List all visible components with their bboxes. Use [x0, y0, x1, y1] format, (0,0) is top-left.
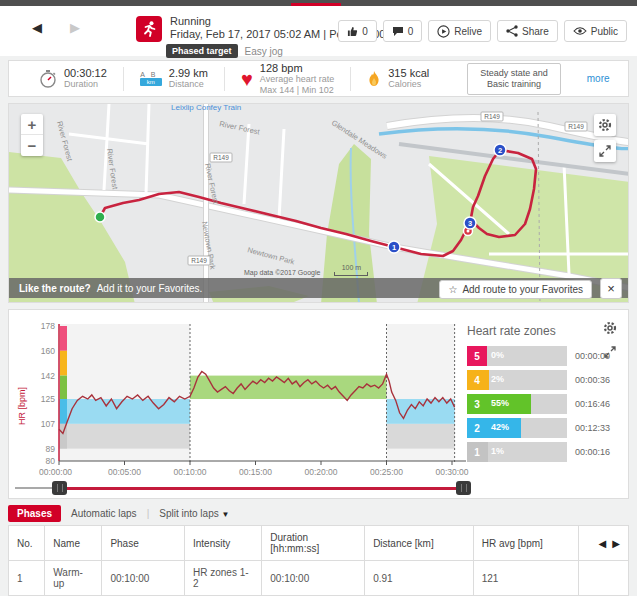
y-axis-label: HR [bpm]	[17, 387, 27, 425]
stat-heart-rate: ♥ 128 bpm Average heart rate Max 144 | M…	[225, 62, 350, 95]
share-button[interactable]: Share	[497, 20, 558, 42]
y-tick-label: 142	[41, 371, 55, 381]
cell-name: Warm-up	[45, 561, 102, 596]
zone-row-4: 4 2% 00:00:36	[467, 370, 617, 390]
favorites-action[interactable]: Add it to your Favorites.	[97, 283, 203, 294]
scale-label: 100 m	[342, 264, 361, 271]
avg-hr-value: 128 bpm	[260, 62, 334, 74]
zone-time: 00:00:36	[575, 375, 610, 385]
zone-number: 1	[467, 442, 487, 462]
y-tick-label: 107	[41, 419, 55, 429]
zone-time: 00:16:46	[575, 399, 610, 409]
public-label: Public	[591, 26, 618, 37]
eye-icon	[573, 26, 587, 36]
slider-left-handle[interactable]	[52, 481, 67, 495]
time-range-slider	[11, 480, 473, 496]
y-tick-label: 178	[41, 321, 55, 331]
zone-time: 00:12:33	[575, 423, 610, 433]
phases-table: No. Name Phase Intensity Duration [hh:mm…	[8, 525, 629, 596]
road-badge: R149	[188, 256, 210, 265]
x-tick-label: 00:05:00	[108, 467, 141, 477]
station-label[interactable]: Leixlip Confey Train	[171, 104, 241, 112]
table-prev-page-button[interactable]: ◀	[599, 538, 607, 549]
svg-text:R149: R149	[484, 113, 500, 120]
stopwatch-icon	[39, 69, 57, 89]
table-row: 1 Warm-up 00:10:00 HR zones 1-2 00:10:00…	[9, 561, 629, 596]
x-tick-label: 00:00:00	[39, 467, 72, 477]
map-zoom-control: + −	[21, 114, 43, 156]
slider-selected-range[interactable]	[59, 487, 463, 490]
zone-percent: 55%	[491, 398, 509, 408]
heart-icon: ♥	[241, 69, 253, 89]
public-button[interactable]: Public	[564, 20, 627, 42]
comment-icon	[392, 26, 404, 37]
cell-distance: 0.91	[365, 561, 474, 596]
svg-text:R149: R149	[191, 257, 207, 264]
previous-session-button[interactable]: ◀	[32, 18, 42, 38]
calories-label: Calories	[388, 79, 429, 90]
zone-percent: 2%	[491, 374, 504, 384]
km-marker-label: 2	[498, 146, 502, 155]
zones-title: Heart rate zones	[467, 324, 617, 338]
route-map[interactable]: 123 Leixlip Confey Train River Forest Ri…	[8, 103, 629, 303]
road-badge: R149	[210, 153, 232, 162]
table-next-page-button[interactable]: ▶	[612, 538, 620, 549]
x-tick-label: 00:10:00	[173, 467, 206, 477]
target-zone-band	[59, 399, 190, 424]
heart-rate-chart[interactable]: 178160142125107898000:00:0000:05:0000:10…	[11, 316, 476, 481]
close-favorites-button[interactable]: ×	[600, 278, 622, 299]
ruler-icon: km	[140, 78, 162, 86]
hr-min-max: Max 144 | Min 102	[260, 85, 334, 95]
target-zone-band	[59, 424, 190, 449]
distance-value: 2.99 km	[169, 67, 208, 79]
map-zoom-in-button[interactable]: +	[21, 114, 43, 135]
add-route-favorites-button[interactable]: ☆ Add route to your Favorites	[439, 280, 592, 299]
zone-row-2: 2 42% 00:12:33	[467, 418, 617, 438]
distance-label: Distance	[169, 79, 208, 90]
attribution-text: Map data ©2017 Google	[244, 269, 320, 276]
duration-label: Duration	[64, 79, 107, 90]
cell-phase: 00:10:00	[102, 561, 185, 596]
col-header-duration: Duration [hh:mm:ss]	[262, 526, 365, 561]
cell-duration: 00:10:00	[262, 561, 365, 596]
comment-count: 0	[408, 26, 414, 37]
stat-duration: 00:30:12 Duration	[23, 67, 123, 90]
zone-time: 00:00:16	[575, 447, 610, 457]
more-link[interactable]: more	[587, 73, 610, 84]
tab-split-into-laps[interactable]: Split into laps ▼	[159, 508, 229, 519]
x-tick-label: 00:20:00	[304, 467, 337, 477]
tab-automatic-laps[interactable]: Automatic laps	[71, 508, 137, 519]
share-label: Share	[522, 26, 549, 37]
map-fullscreen-button[interactable]	[594, 140, 616, 162]
stat-calories: 315 kcal Calories	[351, 67, 445, 90]
chevron-down-icon: ▼	[222, 510, 230, 519]
relive-label: Relive	[454, 26, 482, 37]
zone-strip-segment	[60, 376, 67, 399]
x-tick-label: 00:30:00	[435, 467, 468, 477]
km-marker-label: 1	[392, 243, 396, 252]
slider-right-handle[interactable]	[456, 481, 471, 495]
zone-percent: 1%	[491, 446, 504, 456]
map-zoom-out-button[interactable]: −	[21, 135, 43, 156]
col-header-distance: Distance [km]	[365, 526, 474, 561]
tab-phases[interactable]: Phases	[8, 505, 61, 522]
zone-strip-segment	[60, 399, 67, 424]
flame-icon	[367, 70, 381, 88]
benefit-line-2: Basic training	[480, 79, 548, 90]
map-settings-button[interactable]	[594, 114, 616, 136]
col-header-hr-avg: HR avg [bpm]	[473, 526, 578, 561]
zone-number: 3	[467, 394, 487, 414]
session-header: ◀ ▶ Running Friday, Feb 17, 2017 05:02 A…	[0, 6, 637, 56]
add-route-favorites-label: Add route to your Favorites	[462, 284, 583, 295]
route-start-marker[interactable]	[95, 212, 105, 222]
training-benefit-box: Steady state and Basic training	[467, 63, 561, 95]
heart-rate-chart-card: 178160142125107898000:00:0000:05:0000:10…	[8, 309, 629, 499]
zone-row-1: 1 1% 00:00:16	[467, 442, 617, 462]
relive-button[interactable]: Relive	[428, 20, 491, 42]
zone-strip-segment	[60, 424, 67, 449]
comment-button[interactable]: 0	[383, 20, 423, 42]
thumbs-up-icon	[347, 26, 358, 37]
like-button[interactable]: 0	[338, 20, 377, 42]
col-header-phase: Phase	[102, 526, 185, 561]
target-name: Easy jog	[245, 46, 283, 57]
